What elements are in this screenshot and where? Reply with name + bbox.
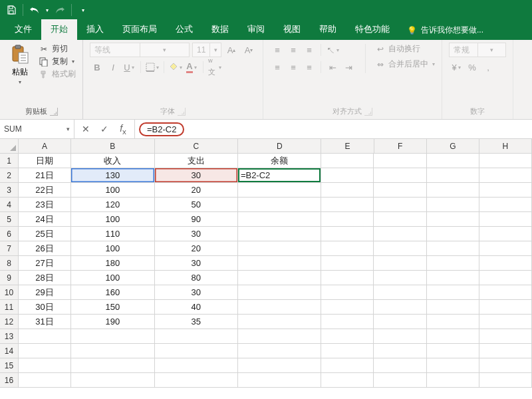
cell-F13[interactable] <box>374 329 426 344</box>
fx-icon[interactable]: fx <box>117 123 129 136</box>
font-color-button[interactable]: A <box>184 60 199 74</box>
accept-formula-icon[interactable]: ✓ <box>98 124 110 134</box>
row-header-11[interactable]: 11 <box>0 300 19 315</box>
cell-E7[interactable] <box>321 241 374 256</box>
comma-format-icon[interactable]: , <box>481 60 495 74</box>
cell-H8[interactable] <box>479 256 532 271</box>
cell-A11[interactable]: 30日 <box>19 300 71 315</box>
row-header-7[interactable]: 7 <box>0 241 19 256</box>
cell-A16[interactable] <box>19 373 71 388</box>
cell-H1[interactable] <box>479 154 532 168</box>
cell-F16[interactable] <box>374 373 426 388</box>
cell-D3[interactable] <box>238 183 321 198</box>
cell-E12[interactable] <box>321 315 374 329</box>
cell-F14[interactable] <box>374 344 426 358</box>
cell-H4[interactable] <box>479 198 532 212</box>
row-header-16[interactable]: 16 <box>0 373 19 388</box>
orientation-icon[interactable]: ⭦ <box>325 43 340 57</box>
italic-button[interactable]: I <box>106 60 120 74</box>
cell-H3[interactable] <box>479 183 532 198</box>
increase-indent-icon[interactable]: ⇥ <box>341 60 356 74</box>
cancel-formula-icon[interactable]: ✕ <box>80 124 92 134</box>
cell-B9[interactable]: 100 <box>71 271 154 285</box>
select-all-button[interactable] <box>0 139 19 154</box>
row-header-6[interactable]: 6 <box>0 227 19 241</box>
cell-B2[interactable]: 130 <box>71 168 154 183</box>
cell-G3[interactable] <box>427 183 479 198</box>
column-header-C[interactable]: C <box>155 139 238 154</box>
cell-G12[interactable] <box>427 315 479 329</box>
cell-C5[interactable]: 90 <box>155 212 238 227</box>
cell-G7[interactable] <box>427 241 479 256</box>
cut-button[interactable]: ✂剪切 <box>39 43 76 55</box>
cell-G14[interactable] <box>427 344 479 358</box>
cell-D14[interactable] <box>238 344 321 358</box>
row-header-4[interactable]: 4 <box>0 198 19 212</box>
cell-E9[interactable] <box>321 271 374 285</box>
cell-B14[interactable] <box>71 344 154 358</box>
cell-H15[interactable] <box>479 358 532 373</box>
cell-A13[interactable] <box>19 329 71 344</box>
cell-D7[interactable] <box>238 241 321 256</box>
column-header-A[interactable]: A <box>19 139 71 154</box>
cell-A7[interactable]: 26日 <box>19 241 71 256</box>
cell-H10[interactable] <box>479 285 532 300</box>
cell-F10[interactable] <box>374 285 426 300</box>
font-family-combo[interactable]: 等线▾ <box>90 43 190 57</box>
bold-button[interactable]: B <box>90 60 104 74</box>
cell-C3[interactable]: 20 <box>155 183 238 198</box>
cell-C2[interactable]: 30 <box>155 168 238 183</box>
cell-G1[interactable] <box>427 154 479 168</box>
font-dialog-launcher-icon[interactable] <box>178 108 186 116</box>
cell-D8[interactable] <box>238 256 321 271</box>
column-header-G[interactable]: G <box>427 139 479 154</box>
name-box[interactable]: SUM▾ <box>0 120 74 138</box>
cell-G10[interactable] <box>427 285 479 300</box>
paste-button[interactable]: 粘贴 ▾ <box>7 43 33 86</box>
cell-B4[interactable]: 120 <box>71 198 154 212</box>
cell-D11[interactable] <box>238 300 321 315</box>
cell-H9[interactable] <box>479 271 532 285</box>
row-header-12[interactable]: 12 <box>0 315 19 329</box>
cell-B15[interactable] <box>71 358 154 373</box>
cell-C6[interactable]: 30 <box>155 227 238 241</box>
cell-E13[interactable] <box>321 329 374 344</box>
cell-B10[interactable]: 160 <box>71 285 154 300</box>
row-header-15[interactable]: 15 <box>0 358 19 373</box>
row-header-1[interactable]: 1 <box>0 154 19 168</box>
cell-A6[interactable]: 25日 <box>19 227 71 241</box>
clipboard-dialog-launcher-icon[interactable] <box>50 108 58 116</box>
cell-D4[interactable] <box>238 198 321 212</box>
column-header-E[interactable]: E <box>321 139 374 154</box>
cell-F5[interactable] <box>374 212 426 227</box>
cell-D9[interactable] <box>238 271 321 285</box>
column-header-D[interactable]: D <box>238 139 321 154</box>
cell-A5[interactable]: 24日 <box>19 212 71 227</box>
cell-E1[interactable] <box>321 154 374 168</box>
cell-A8[interactable]: 27日 <box>19 256 71 271</box>
cell-C14[interactable] <box>155 344 238 358</box>
copy-button[interactable]: 复制▾ <box>39 55 76 68</box>
cell-A12[interactable]: 31日 <box>19 315 71 329</box>
column-header-B[interactable]: B <box>71 139 154 154</box>
row-header-13[interactable]: 13 <box>0 329 19 344</box>
cell-E15[interactable] <box>321 358 374 373</box>
cell-C9[interactable]: 80 <box>155 271 238 285</box>
align-dialog-launcher-icon[interactable] <box>364 108 372 116</box>
cell-F8[interactable] <box>374 256 426 271</box>
number-format-combo[interactable]: 常规▾ <box>449 43 506 57</box>
cell-D15[interactable] <box>238 358 321 373</box>
merge-center-button[interactable]: ⇔合并后居中▾ <box>375 58 435 70</box>
cell-F6[interactable] <box>374 227 426 241</box>
cell-A4[interactable]: 23日 <box>19 198 71 212</box>
cell-E5[interactable] <box>321 212 374 227</box>
phonetic-button[interactable]: w文 <box>207 60 222 74</box>
cell-G2[interactable] <box>427 168 479 183</box>
cell-G8[interactable] <box>427 256 479 271</box>
cell-E10[interactable] <box>321 285 374 300</box>
cell-A2[interactable]: 21日 <box>19 168 71 183</box>
cell-E14[interactable] <box>321 344 374 358</box>
decrease-indent-icon[interactable]: ⇤ <box>325 60 340 74</box>
cell-B11[interactable]: 150 <box>71 300 154 315</box>
cell-G16[interactable] <box>427 373 479 388</box>
